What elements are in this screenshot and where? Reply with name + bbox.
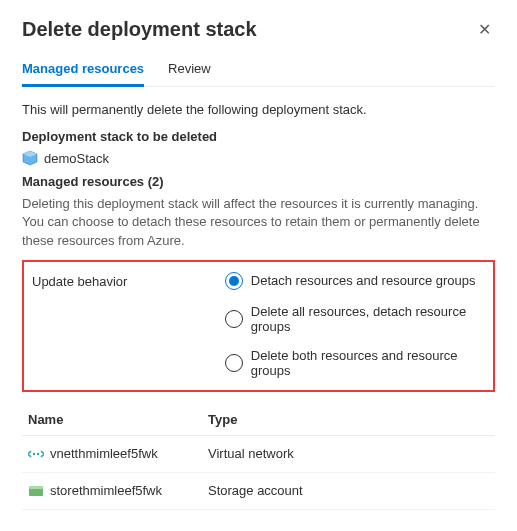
resource-type: Storage account [202, 472, 495, 509]
update-behavior-section: Update behavior Detach resources and res… [22, 260, 495, 392]
close-icon[interactable]: ✕ [474, 18, 495, 41]
tab-review[interactable]: Review [168, 55, 211, 87]
update-behavior-label: Update behavior [32, 272, 215, 378]
managed-resources-heading: Managed resources (2) [22, 174, 495, 189]
radio-icon [225, 354, 243, 372]
dialog-title: Delete deployment stack [22, 18, 257, 41]
radio-label: Delete all resources, detach resource gr… [251, 304, 485, 334]
tab-managed-resources[interactable]: Managed resources [22, 55, 144, 87]
update-behavior-radio-group: Detach resources and resource groups Del… [225, 272, 485, 378]
tab-bar: Managed resources Review [22, 55, 495, 87]
intro-text: This will permanently delete the followi… [22, 101, 495, 119]
table-row: vnetthmimleef5fwk Virtual network [22, 435, 495, 472]
vnet-icon [28, 446, 44, 462]
managed-resources-help: Deleting this deployment stack will affe… [22, 195, 495, 250]
svg-point-2 [33, 453, 35, 455]
svg-rect-5 [29, 486, 43, 489]
svg-point-3 [37, 453, 39, 455]
radio-delete-both[interactable]: Delete both resources and resource group… [225, 348, 485, 378]
radio-delete-resources[interactable]: Delete all resources, detach resource gr… [225, 304, 485, 334]
stack-to-delete-label: Deployment stack to be deleted [22, 129, 495, 144]
resource-name[interactable]: storethmimleef5fwk [50, 483, 162, 498]
resource-type: Virtual network [202, 435, 495, 472]
col-name[interactable]: Name [22, 404, 202, 436]
radio-detach[interactable]: Detach resources and resource groups [225, 272, 485, 290]
radio-label: Detach resources and resource groups [251, 273, 476, 288]
stack-row: demoStack [22, 150, 495, 166]
table-row: storethmimleef5fwk Storage account [22, 472, 495, 509]
deployment-stack-icon [22, 150, 38, 166]
col-type[interactable]: Type [202, 404, 495, 436]
radio-icon [225, 310, 243, 328]
radio-label: Delete both resources and resource group… [251, 348, 485, 378]
stack-name: demoStack [44, 151, 109, 166]
radio-icon [225, 272, 243, 290]
resource-name[interactable]: vnetthmimleef5fwk [50, 446, 158, 461]
resources-table: Name Type vnetthmimleef5fwk Virtual netw… [22, 404, 495, 510]
storage-icon [28, 483, 44, 499]
